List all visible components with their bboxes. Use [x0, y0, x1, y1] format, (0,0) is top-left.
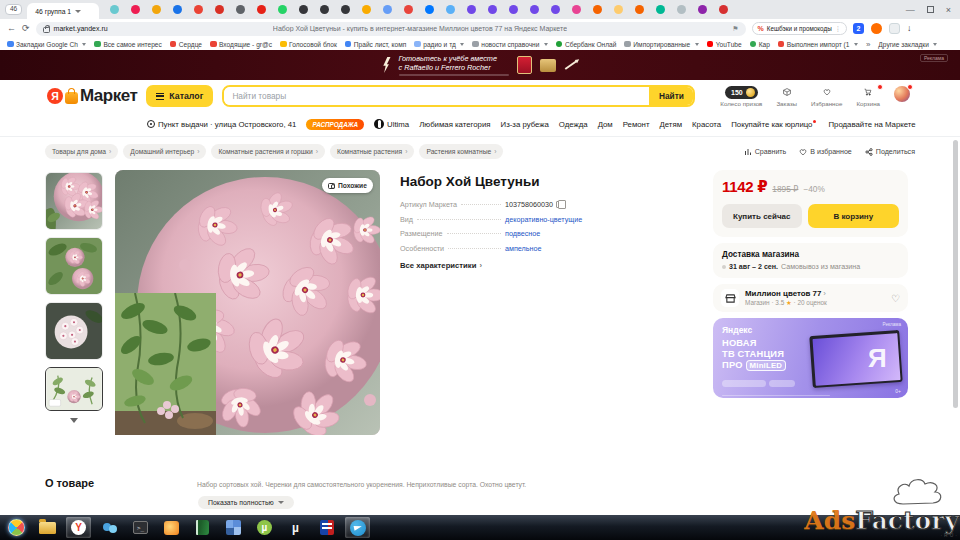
thumbnail-4-selected[interactable] — [45, 367, 103, 411]
pinned-tab-icon[interactable] — [110, 5, 119, 14]
kebab-icon[interactable]: ⋮ — [835, 25, 841, 32]
extension-2-icon[interactable]: 2 — [853, 23, 864, 34]
pinned-tab-icon[interactable] — [152, 5, 161, 14]
nav-beauty[interactable]: Красота — [692, 120, 721, 129]
bookmark-folder[interactable]: новости справочни — [472, 41, 548, 48]
pinned-tab-icon[interactable] — [131, 5, 140, 14]
profile-button[interactable] — [894, 86, 910, 102]
taskbar-explorer[interactable] — [35, 517, 60, 538]
pinned-tab-icon[interactable] — [551, 5, 560, 14]
bookmark-item[interactable]: YouTube — [707, 41, 742, 48]
bookmark-item[interactable]: Сбербанк Онлай — [556, 41, 616, 48]
nav-sell[interactable]: Продавайте на Маркете — [828, 120, 915, 129]
inset-leaves-image[interactable] — [115, 293, 216, 435]
search-input[interactable] — [224, 87, 649, 105]
other-bookmarks[interactable]: Другие закладки — [878, 41, 937, 48]
pinned-tab-icon[interactable] — [194, 5, 203, 14]
cart-button[interactable]: Корзина — [856, 86, 880, 107]
minimize-button[interactable]: — — [906, 5, 915, 15]
taskbar-network-app[interactable] — [97, 517, 122, 538]
pinned-tab-icon[interactable] — [698, 5, 707, 14]
bookmark-folder[interactable]: Выполнен импорт (1 — [778, 41, 858, 48]
taskbar-mosaic-app[interactable] — [221, 517, 246, 538]
prize-wheel-button[interactable]: 150 Колесо призов — [720, 86, 762, 107]
bookmark-item[interactable]: Все самое интерес — [94, 41, 161, 48]
pinned-tab-icon[interactable] — [341, 5, 350, 14]
add-to-cart-button[interactable]: В корзину — [808, 204, 899, 228]
extension-orange-icon[interactable] — [871, 23, 882, 34]
nav-home[interactable]: Дом — [598, 120, 613, 129]
favorites-button[interactable]: Избранное — [811, 86, 842, 107]
nav-ultima[interactable]: Ultima — [374, 119, 409, 129]
pinned-tab-icon[interactable] — [530, 5, 539, 14]
refresh-icon[interactable]: ⟳ — [22, 24, 30, 33]
back-icon[interactable]: ← — [7, 24, 16, 33]
pinned-tab-icon[interactable] — [320, 5, 329, 14]
downloads-icon[interactable]: ↓ — [907, 24, 912, 33]
orders-button[interactable]: Заказы — [776, 86, 797, 107]
nav-b2b[interactable]: Покупайте как юрлицо — [731, 120, 816, 129]
taskbar-utorrent[interactable]: µ — [252, 517, 277, 538]
pinned-tab-icon[interactable] — [173, 5, 182, 14]
pinned-tab-icon[interactable] — [719, 5, 728, 14]
pinned-tab-icon[interactable] — [278, 5, 287, 14]
pinned-tab-icon[interactable] — [236, 5, 245, 14]
scrollbar-thumb[interactable] — [953, 140, 958, 408]
ad-banner-card[interactable]: Реклама Яндекс НОВАЯ ТВ СТАНЦИЯ ПРОMiniL… — [713, 318, 908, 398]
pickup-point-link[interactable]: Пункт выдачи · улица Островского, 41 — [147, 120, 296, 129]
spec-value-link[interactable]: подвесное — [505, 229, 700, 238]
active-tab[interactable]: 46 группа 1 — [27, 3, 99, 19]
pinned-tab-icon[interactable] — [404, 5, 413, 14]
bookmark-item[interactable]: Голосовой блок — [280, 41, 337, 48]
all-specs-link[interactable]: Все характеристики — [400, 261, 700, 270]
maximize-button[interactable] — [927, 6, 934, 13]
breadcrumb-chip[interactable]: Комнатные растения и горшки — [211, 144, 325, 159]
thumbnails-scroll-down-icon[interactable] — [70, 418, 78, 423]
show-more-button[interactable]: Показать полностью — [198, 496, 294, 509]
spec-value-link[interactable]: декоративно-цветущие — [505, 215, 700, 224]
pinned-tab-icon[interactable] — [383, 5, 392, 14]
bookmark-item[interactable]: Входящие - gr@c — [210, 41, 272, 48]
bookmark-folder[interactable]: радио и тд — [414, 41, 464, 48]
pinned-tab-icon[interactable] — [614, 5, 623, 14]
bookmark-item[interactable]: Кар — [750, 41, 770, 48]
bookmark-flag-icon[interactable]: ⚑ — [732, 25, 738, 33]
breadcrumb-chip[interactable]: Домашний интерьер — [123, 144, 206, 159]
sale-badge[interactable]: РАСПРОДАЖА — [306, 119, 364, 130]
pinned-tab-icon[interactable] — [677, 5, 686, 14]
breadcrumb-chip[interactable]: Товары для дома — [45, 144, 118, 159]
nav-abroad[interactable]: Из-за рубежа — [501, 120, 549, 129]
pinned-tab-icon[interactable] — [215, 5, 224, 14]
start-button[interactable] — [4, 517, 29, 538]
share-button[interactable]: Поделиться — [865, 148, 915, 156]
thumbnail-1[interactable] — [45, 172, 103, 230]
compare-button[interactable]: Сравнить — [744, 148, 787, 156]
market-logo[interactable]: Я Маркет — [47, 86, 137, 106]
taskbar-yandex-browser[interactable]: Y — [66, 517, 91, 538]
taskbar-telegram[interactable] — [345, 517, 370, 538]
tab-group-badge[interactable]: 46 — [5, 4, 22, 15]
omnibox[interactable]: market.yandex.ru Набор Хой Цветуньи - ку… — [36, 22, 746, 36]
taskbar-terminal[interactable]: >_ — [128, 517, 153, 538]
pinned-tab-icon[interactable] — [362, 5, 371, 14]
bookmark-folder[interactable]: Импортированные — [624, 41, 698, 48]
breadcrumb-chip[interactable]: Растения комнатные — [419, 144, 503, 159]
taskbar-xnview[interactable] — [159, 517, 184, 538]
extension-misc-icon[interactable] — [889, 23, 900, 34]
breadcrumb-chip[interactable]: Комнатные растения — [330, 144, 414, 159]
pinned-tab-icon[interactable] — [635, 5, 644, 14]
nav-repair[interactable]: Ремонт — [623, 120, 650, 129]
catalog-button[interactable]: Каталог — [146, 85, 213, 107]
seller-name[interactable]: Миллион цветов 77 — [745, 289, 827, 298]
buy-now-button[interactable]: Купить сейчас — [722, 204, 802, 228]
seller-card[interactable]: Миллион цветов 77 Магазин · 3.5 ★ · 20 о… — [713, 284, 908, 312]
thumbnail-3[interactable] — [45, 302, 103, 360]
pinned-tab-icon[interactable] — [509, 5, 518, 14]
cashback-extension-pill[interactable]: % Кешбэки и промокоды ⋮ — [752, 22, 847, 35]
similar-products-button[interactable]: Похожие — [322, 178, 373, 193]
pinned-tab-icon[interactable] — [488, 5, 497, 14]
taskbar-mu-app[interactable]: µ — [283, 517, 308, 538]
pinned-tab-icon[interactable] — [299, 5, 308, 14]
bookmark-item[interactable]: Закладки Google Ch — [7, 41, 86, 48]
pinned-tab-icon[interactable] — [656, 5, 665, 14]
